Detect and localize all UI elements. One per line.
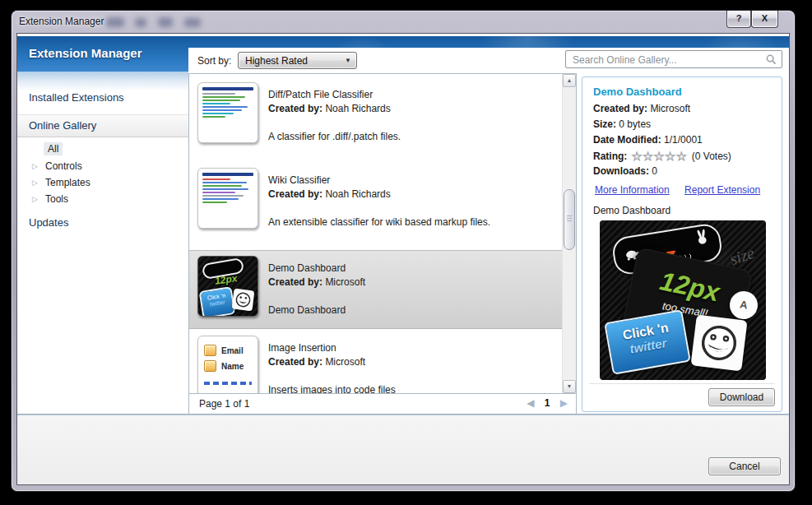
extension-title: Demo Dashboard [268, 262, 346, 274]
rating-label: Rating: [593, 151, 627, 162]
details-panel: Demo Dashboard Created by: Microsoft Siz… [582, 76, 782, 412]
size-tag: 12px [214, 272, 238, 287]
sort-dropdown[interactable]: Highest Rated ▼ [238, 52, 357, 69]
search-icon[interactable] [765, 53, 777, 66]
tree-item-label[interactable]: Tools [45, 193, 68, 205]
chevron-right-icon[interactable]: ▷ [32, 162, 42, 170]
page-number[interactable]: 1 [545, 397, 550, 409]
list-item-demo-dashboard-selected[interactable]: 12px Click 'n twitter [189, 250, 563, 329]
list-scrollbar[interactable]: ▲ ▼ [562, 74, 576, 393]
smiley-icon [690, 314, 747, 371]
list-item-wiki-classifier[interactable]: Wiki Classifier Created by: Noah Richard… [189, 163, 563, 250]
downloads-label: Downloads: [593, 165, 649, 177]
sidebar-item-installed-extensions[interactable]: Installed Extensions [29, 91, 124, 104]
smiley-sticker [690, 314, 747, 371]
close-button[interactable]: X [751, 11, 778, 28]
details-size: 0 bytes [619, 118, 651, 130]
scroll-up-button[interactable]: ▲ [563, 74, 576, 87]
extension-list-items: Diff/Patch File Classifier Created by: N… [189, 74, 563, 393]
sidebar-item-label: Online Gallery [29, 119, 96, 132]
arrow-up-icon: ▲ [567, 77, 573, 83]
page-status: Page 1 of 1 [199, 398, 249, 410]
extension-description: A classifier for .diff/.patch files. [268, 131, 401, 142]
created-by-label: Created by: [268, 276, 322, 288]
download-button[interactable]: Download [708, 388, 775, 406]
next-page-icon[interactable]: ▶ [560, 397, 568, 409]
twitter-sticker: Click 'n twitter [199, 286, 236, 317]
arrow-down-icon: ▼ [567, 383, 573, 389]
help-icon: ? [736, 13, 742, 23]
sidebar-item-online-gallery[interactable]: Online Gallery [17, 114, 188, 137]
mail-icon [204, 345, 216, 356]
details-date-modified: 1/1/0001 [664, 134, 703, 146]
extension-thumbnail: Email Name [197, 336, 258, 393]
extension-title: Diff/Patch File Classifier [268, 89, 373, 100]
list-item-diff-patch-classifier[interactable]: Diff/Patch File Classifier Created by: N… [189, 77, 563, 163]
extension-thumbnail [197, 82, 258, 143]
sidebar: Installed Extensions Online Gallery All … [17, 72, 188, 415]
scroll-down-button[interactable]: ▼ [563, 380, 576, 393]
pagination-bar: Page 1 of 1 ◀ 1 ▶ [188, 394, 577, 414]
twitter-sticker: Click 'n twitter [604, 309, 691, 375]
extension-author: Microsoft [325, 356, 365, 368]
extension-description: Demo Dashboard [268, 304, 346, 316]
chevron-right-icon[interactable]: ▷ [32, 178, 42, 187]
code-line-decoration [204, 382, 252, 385]
preview-image: size 12px too small! A Click 'n twitter [600, 220, 766, 380]
thumb-text: Email [221, 346, 244, 355]
chevron-down-icon: ▼ [345, 57, 351, 64]
download-button-label: Download [720, 391, 763, 403]
extension-author: Microsoft [325, 276, 365, 288]
scrollbar-thumb[interactable] [564, 189, 575, 250]
size-script-text: size [727, 243, 757, 269]
list-item-image-insertion[interactable]: Email Name Image Insertion Created by: M… [189, 331, 563, 393]
extension-title: Wiki Classifier [268, 174, 330, 186]
close-icon: X [762, 13, 768, 23]
dialog-client-area: Extension Manager Installed Extensions O… [16, 33, 790, 485]
previous-page-icon[interactable]: ◀ [527, 397, 534, 409]
tree-item-label[interactable]: Controls [45, 160, 82, 172]
extension-manager-window: Extension Manager ? X Extension Manager … [12, 11, 795, 491]
tree-item-all[interactable]: All [44, 142, 63, 155]
extension-title: Image Insertion [268, 342, 336, 354]
extension-description: An extensible classifier for wiki based … [268, 216, 490, 228]
help-button[interactable]: ? [726, 11, 751, 28]
chevron-right-icon[interactable]: ▷ [32, 195, 42, 203]
extension-thumbnail [197, 168, 258, 229]
rating-stars-icon: ★★★★★ [632, 150, 688, 163]
contact-icon [204, 360, 216, 372]
desktop-background: Extension Manager ? X Extension Manager … [0, 0, 812, 505]
sort-dropdown-value: Highest Rated [245, 55, 308, 67]
rabbit-icon [694, 228, 710, 246]
extension-list: Diff/Patch File Classifier Created by: N… [188, 73, 577, 394]
tree-item-label[interactable]: Templates [45, 177, 90, 188]
extension-author: Noah Richards [325, 103, 390, 114]
dialog-footer: Cancel [17, 415, 789, 484]
details-author: Microsoft [650, 103, 690, 114]
scrollbar-grip [567, 215, 572, 222]
search-input[interactable] [571, 53, 762, 67]
preview-caption: Demo Dashboard [593, 205, 670, 216]
created-by-label: Created by: [268, 103, 322, 114]
extension-description: Inserts images into code files [268, 384, 396, 393]
created-by-label: Created by: [268, 356, 322, 368]
rating-votes: (0 Votes) [692, 151, 731, 162]
extension-thumbnail: 12px Click 'n twitter [197, 256, 258, 317]
more-information-link[interactable]: More Information [595, 184, 670, 196]
details-title: Demo Dashboard [593, 86, 682, 98]
sidebar-item-updates[interactable]: Updates [29, 216, 68, 229]
size-label: Size: [593, 118, 616, 130]
window-titlebar[interactable]: Extension Manager ? X [12, 11, 795, 33]
cancel-button-label: Cancel [729, 461, 759, 472]
cancel-button[interactable]: Cancel [708, 457, 781, 475]
report-extension-link[interactable]: Report Extension [684, 184, 760, 196]
smiley-icon [232, 289, 255, 312]
created-by-label: Created by: [268, 188, 322, 200]
thumb-text: Name [221, 362, 244, 371]
smiley-sticker [232, 289, 255, 312]
created-by-label: Created by: [593, 103, 647, 114]
extension-author: Noah Richards [325, 188, 390, 200]
window-title: Extension Manager [19, 16, 104, 27]
search-box [565, 50, 782, 68]
sort-by-label: Sort by: [197, 55, 231, 67]
